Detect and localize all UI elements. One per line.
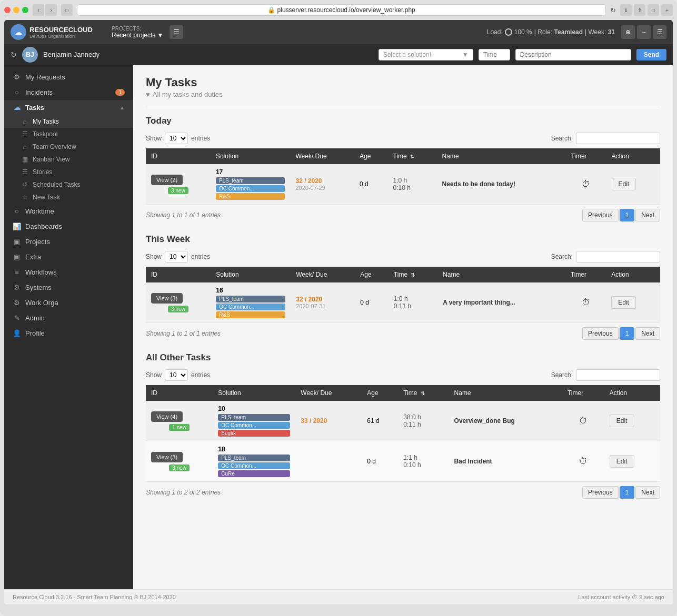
allother-next-button[interactable]: Next xyxy=(635,486,660,499)
description-input[interactable] xyxy=(515,49,631,60)
allother-row1-view-button[interactable]: View (4) xyxy=(151,411,183,422)
sidebar-item-tasks[interactable]: ☁ Tasks ▲ xyxy=(4,100,133,115)
sub-refresh-button[interactable]: ↻ xyxy=(11,51,17,59)
sidebar-item-workflows[interactable]: ≡ Workflows xyxy=(4,265,133,280)
close-dot[interactable] xyxy=(4,7,11,13)
today-row1-tag-common: OC Common... xyxy=(216,185,285,192)
arrow-nav-button[interactable]: → xyxy=(637,25,651,39)
sidebar-sub-item-stories[interactable]: ☰ Stories xyxy=(4,166,133,178)
today-section: Today Show 10 25 50 entries Se xyxy=(146,116,660,221)
sidebar-sub-item-scheduled-tasks[interactable]: ↺ Scheduled Tasks xyxy=(4,178,133,191)
allother-entries-select[interactable]: 10 25 50 xyxy=(165,369,188,381)
allother-row2-tag-common: OC Common... xyxy=(218,462,290,469)
thisweek-col-timer: Timer xyxy=(565,267,606,282)
thisweek-pagination: Showing 1 to 1 of 1 entries Previous 1 N… xyxy=(146,327,660,340)
allother-prev-button[interactable]: Previous xyxy=(582,486,619,499)
thisweek-row1-edit-button[interactable]: Edit xyxy=(611,296,636,309)
page-title: My Tasks xyxy=(146,76,660,89)
today-entries-select[interactable]: 10 25 50 xyxy=(165,133,188,144)
allother-row2-new-badge: 3 new xyxy=(169,464,190,471)
sidebar-sub-item-my-tasks[interactable]: ⌂ My Tasks xyxy=(4,115,133,128)
allother-page-1-button[interactable]: 1 xyxy=(620,486,635,499)
forward-button[interactable]: › xyxy=(45,4,57,16)
projects-dropdown-button[interactable]: Recent projects ▼ xyxy=(112,32,163,39)
sidebar: ⚙ My Requests ○ Incidents 1 ☁ Tasks ▲ ⌂ … xyxy=(4,65,133,589)
today-pagination: Showing 1 to 1 of 1 entries Previous 1 N… xyxy=(146,209,660,221)
thisweek-col-id: ID xyxy=(146,267,211,282)
thisweek-row1-tags: PLS_team OC Common... R&S xyxy=(216,296,285,318)
allother-search-input[interactable] xyxy=(576,369,660,381)
download-button[interactable]: ⇓ xyxy=(620,4,632,16)
logo-text: RESOURCECLOUD DevOps Organisation xyxy=(29,26,93,39)
thisweek-entries-select[interactable]: 10 25 50 xyxy=(165,251,188,262)
sidebar-item-incidents[interactable]: ○ Incidents 1 xyxy=(4,85,133,100)
all-other-section-title: All Other Tasks xyxy=(146,352,660,363)
maximize-dot[interactable] xyxy=(22,7,28,13)
thisweek-col-week: Week/ Due xyxy=(291,267,355,282)
kanban-icon: ▦ xyxy=(21,156,28,163)
share-button[interactable]: ⇑ xyxy=(634,4,645,16)
today-search-input[interactable] xyxy=(576,133,660,144)
allother-table-controls: Show 10 25 50 entries Search: xyxy=(146,369,660,381)
send-button[interactable]: Send xyxy=(636,49,666,60)
url-bar[interactable]: 🔒 plusserver.resourcecloud.io/overview_w… xyxy=(77,4,606,16)
thisweek-prev-button[interactable]: Previous xyxy=(582,327,619,340)
sidebar-item-systems[interactable]: ⚙ Systems xyxy=(4,280,133,295)
today-row1-timer-button[interactable]: ⏱ xyxy=(582,179,590,189)
today-page-1-button[interactable]: 1 xyxy=(620,209,635,221)
sidebar-item-projects[interactable]: ▣ Projects xyxy=(4,234,133,249)
this-week-section-title: This Week xyxy=(146,234,660,245)
thisweek-page-1-button[interactable]: 1 xyxy=(620,327,635,340)
today-prev-button[interactable]: Previous xyxy=(582,209,619,221)
time-input[interactable] xyxy=(479,49,510,60)
window-button[interactable]: □ xyxy=(648,4,659,16)
sidebar-item-admin[interactable]: ✎ Admin xyxy=(4,310,133,326)
back-button[interactable]: ‹ xyxy=(33,4,44,16)
sidebar-sub-item-team-overview[interactable]: ⌂ Team Overview xyxy=(4,140,133,153)
sidebar-item-dashboards[interactable]: 📊 Dashboards xyxy=(4,219,133,234)
sidebar-sub-item-new-task[interactable]: ☆ New Task xyxy=(4,191,133,204)
refresh-button[interactable]: ↻ xyxy=(610,6,616,14)
browser-dots xyxy=(4,7,28,13)
today-next-button[interactable]: Next xyxy=(635,209,660,221)
sub-header: ↻ BJ Benjamin Jannedy Select a solution!… xyxy=(4,44,673,65)
today-col-name: Name xyxy=(437,148,566,164)
thisweek-table-controls: Show 10 25 50 entries Search: xyxy=(146,251,660,262)
time-sort-icon: ⇅ xyxy=(410,154,414,159)
minimize-dot[interactable] xyxy=(13,7,19,13)
allother-row1-timer-button[interactable]: ⏱ xyxy=(579,416,588,426)
thisweek-row1-tag-ras: R&S xyxy=(216,311,285,318)
today-row1-view-button[interactable]: View (2) xyxy=(151,175,183,185)
sidebar-item-work-orga[interactable]: ⚙ Work Orga xyxy=(4,295,133,310)
plus-nav-button[interactable]: ⊕ xyxy=(621,25,635,39)
tab-view-button[interactable]: □ xyxy=(61,4,73,16)
my-requests-icon: ⚙ xyxy=(13,73,21,81)
plus-button[interactable]: + xyxy=(661,4,673,16)
sidebar-sub-item-taskpool[interactable]: ☰ Taskpool xyxy=(4,128,133,140)
allother-row2-edit-button[interactable]: Edit xyxy=(610,455,634,468)
sidebar-sub-item-kanban[interactable]: ▦ Kanban View xyxy=(4,153,133,166)
thisweek-row1-view-button[interactable]: View (3) xyxy=(151,293,183,304)
today-col-solution: Solution xyxy=(211,148,291,164)
today-section-title: Today xyxy=(146,116,660,126)
projects-area: PROJECTS: Recent projects ▼ xyxy=(112,26,163,39)
sidebar-item-profile[interactable]: 👤 Profile xyxy=(4,326,133,341)
allother-row2-timer-button[interactable]: ⏱ xyxy=(579,457,588,466)
sidebar-item-my-requests[interactable]: ⚙ My Requests xyxy=(4,69,133,85)
allother-row2-tag-cure: CuRe xyxy=(218,470,290,477)
allother-col-id: ID xyxy=(146,385,213,401)
thisweek-search-input[interactable] xyxy=(576,251,660,262)
footer-version: Resource Cloud 3.2.16 - Smart Team Plann… xyxy=(13,594,176,600)
sidebar-item-extra[interactable]: ▣ Extra xyxy=(4,249,133,265)
thisweek-row1-timer-button[interactable]: ⏱ xyxy=(582,298,590,307)
thisweek-col-solution: Solution xyxy=(211,267,291,282)
allother-row1-edit-button[interactable]: Edit xyxy=(610,415,634,427)
allother-row2-view-button[interactable]: View (3) xyxy=(151,452,183,462)
incidents-icon: ○ xyxy=(13,88,21,96)
menu-nav-button[interactable]: ☰ xyxy=(653,25,666,39)
today-row1-edit-button[interactable]: Edit xyxy=(612,178,636,190)
thisweek-next-button[interactable]: Next xyxy=(635,327,660,340)
solution-select[interactable]: Select a solution! ▼ xyxy=(379,49,473,60)
sidebar-item-worktime[interactable]: ○ Worktime xyxy=(4,204,133,219)
list-button[interactable]: ☰ xyxy=(170,25,183,39)
